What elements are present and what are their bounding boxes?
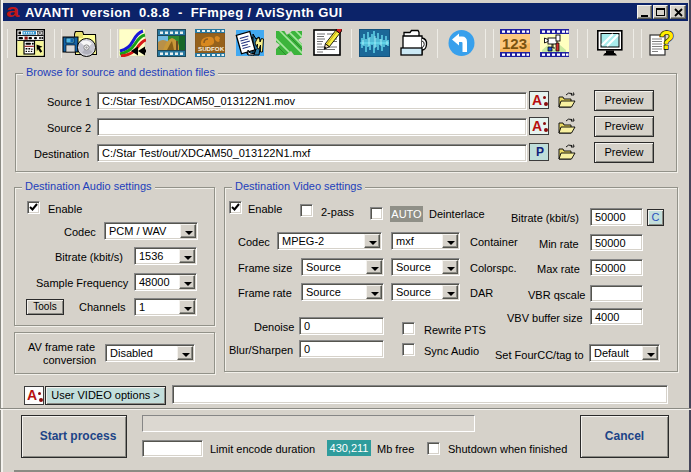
svg-text:SUDFOK: SUDFOK [198, 45, 225, 52]
svg-text:123: 123 [502, 35, 527, 52]
svg-text:?: ? [659, 29, 674, 54]
